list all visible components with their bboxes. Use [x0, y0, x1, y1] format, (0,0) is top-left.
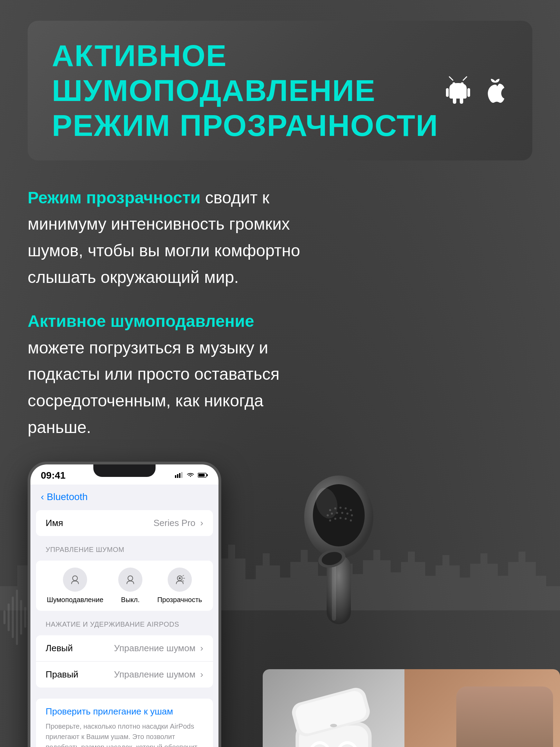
svg-point-34: [179, 577, 181, 579]
phone-status-bar: 09:41: [30, 464, 218, 485]
airpod-image: [263, 462, 408, 642]
paragraph1: Режим прозрачности сводит к минимуму инт…: [28, 185, 321, 291]
wifi-icon: [187, 471, 194, 480]
header-banner: АКТИВНОЕ ШУМОПОДАВЛЕНИЕ РЕЖИМ ПРОЗРАЧНОС…: [28, 21, 532, 160]
svg-point-48: [341, 512, 343, 514]
transparency-icon: [168, 568, 192, 592]
battery-icon: [198, 471, 208, 480]
ear-fit-title[interactable]: Проверить прилегание к ушам: [46, 706, 203, 717]
left-label: Левый: [46, 643, 73, 654]
svg-line-37: [183, 580, 184, 581]
svg-point-49: [346, 513, 348, 515]
off-icon: [118, 568, 142, 592]
right-label: Правый: [46, 669, 78, 680]
svg-point-42: [339, 507, 342, 509]
svg-point-44: [350, 509, 352, 511]
android-icon: [444, 76, 472, 105]
name-section: Имя Series Pro: [36, 510, 213, 536]
noise-option-transparency[interactable]: Прозрачность: [157, 568, 202, 604]
paragraph2: Активное шумоподавление можете погрузить…: [28, 308, 321, 441]
svg-point-51: [329, 519, 331, 522]
svg-rect-20: [446, 88, 449, 97]
svg-line-22: [449, 77, 453, 80]
noise-option-anc[interactable]: Шумоподавление: [47, 568, 103, 604]
svg-rect-30: [207, 474, 208, 476]
phone-back-button[interactable]: ‹ Bluetooth: [41, 491, 208, 502]
phone-notch: [93, 464, 156, 477]
status-time: 09:41: [41, 470, 66, 481]
svg-point-55: [350, 519, 352, 522]
header-title: АКТИВНОЕ ШУМОПОДАВЛЕНИЕ РЕЖИМ ПРОЗРАЧНОС…: [52, 38, 444, 143]
right-press-item: Правый Управление шумом: [36, 662, 213, 688]
desc-highlight-1: Режим прозрачности: [28, 188, 200, 207]
right-chevron-icon: [198, 669, 203, 680]
left-chevron-icon: [198, 643, 203, 654]
phone-inner: Имя Series Pro УПРАВЛЕНИЕ ШУМОМ: [30, 510, 218, 747]
status-icons: [175, 471, 208, 480]
header-title-line1: АКТИВНОЕ ШУМОПОДАВЛЕНИЕ: [52, 38, 444, 108]
press-section: Левый Управление шумом Правый Управление…: [36, 635, 213, 688]
page-content: АКТИВНОЕ ШУМОПОДАВЛЕНИЕ РЕЖИМ ПРОЗРАЧНОС…: [0, 0, 560, 747]
svg-point-53: [339, 517, 342, 519]
svg-rect-24: [175, 475, 176, 478]
name-list-item: Имя Series Pro: [36, 510, 213, 536]
signal-icon: [175, 471, 183, 480]
svg-point-52: [334, 518, 336, 520]
svg-rect-57: [332, 559, 336, 621]
press-section-header: НАЖАТИЕ И УДЕРЖИВАНИЕ AIRPODS: [36, 615, 213, 631]
noise-control-row: Шумоподавление Выкл.: [36, 561, 213, 611]
svg-point-31: [73, 576, 77, 581]
svg-point-43: [345, 507, 347, 509]
right-value: Управление шумом: [114, 669, 203, 680]
svg-rect-21: [467, 88, 470, 97]
bottom-collage: 🎵 Стерео: [263, 669, 560, 747]
left-panel: 09:41: [28, 462, 242, 747]
phone-mockup: 09:41: [28, 462, 221, 747]
case-visual: [285, 688, 382, 747]
phone-nav: ‹ Bluetooth: [30, 485, 218, 506]
anc-icon: [63, 568, 87, 592]
name-value: Series Pro: [153, 518, 203, 528]
back-chevron-icon: ‹: [41, 491, 44, 502]
noise-option-off[interactable]: Выкл.: [118, 568, 142, 604]
noise-section-header: УПРАВЛЕНИЕ ШУМОМ: [36, 540, 213, 556]
ear-fit-desc: Проверьте, насколько плотно насадки AirP…: [46, 721, 203, 747]
header-title-line2: РЕЖИМ ПРОЗРАЧНОСТИ: [52, 108, 444, 143]
airpod-container: [263, 462, 560, 642]
svg-point-54: [345, 518, 347, 520]
svg-rect-26: [179, 473, 180, 478]
header-os-icons: [444, 76, 508, 105]
description-section: Режим прозрачности сводит к минимуму инт…: [28, 185, 321, 441]
svg-line-23: [463, 77, 467, 80]
svg-point-50: [351, 514, 353, 516]
left-value: Управление шумом: [114, 643, 203, 654]
apple-icon: [482, 76, 508, 105]
collage-airpods-case: [263, 669, 404, 747]
svg-point-71: [330, 724, 337, 727]
main-area: 09:41: [28, 462, 532, 747]
left-press-item: Левый Управление шумом: [36, 635, 213, 662]
mini-phone-screen: 🎵 Стерео: [456, 686, 553, 747]
mini-phone: 🎵 Стерео: [456, 686, 553, 747]
spacer: [36, 692, 213, 694]
name-label: Имя: [46, 518, 63, 528]
ear-fit-section: Проверить прилегание к ушам Проверьте, н…: [36, 699, 213, 747]
desc-highlight-2: Активное шумоподавление: [28, 312, 254, 330]
svg-rect-29: [198, 474, 205, 477]
collage-phone: 🎵 Стерео: [404, 669, 560, 747]
back-label: Bluetooth: [47, 491, 87, 502]
svg-point-32: [128, 576, 133, 581]
desc-text-2: можете погрузиться в музыку и подкасты и…: [28, 339, 279, 436]
svg-line-35: [183, 575, 184, 576]
chevron-icon: [198, 518, 203, 528]
right-panel: 🎵 Стерео: [263, 462, 560, 747]
phone-content: ‹ Bluetooth Имя Series Pro: [30, 485, 218, 747]
svg-rect-25: [177, 474, 178, 478]
svg-rect-27: [181, 472, 183, 478]
